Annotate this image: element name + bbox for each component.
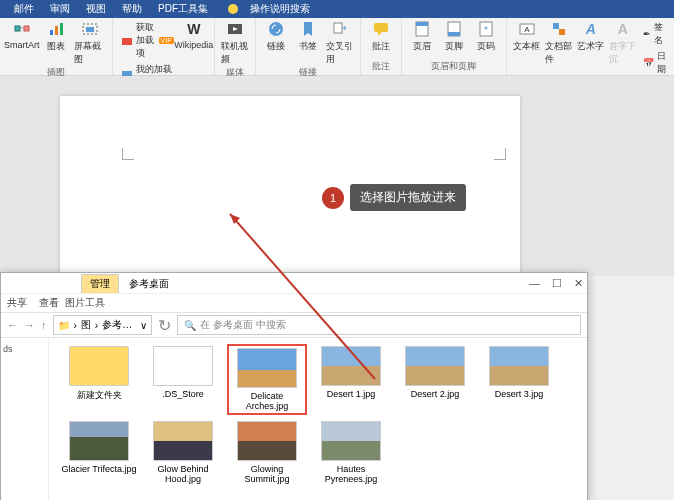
explorer-sidebar[interactable]: ds	[1, 338, 49, 500]
header-button[interactable]: 页眉	[408, 20, 436, 53]
ribbon: SmartArt 图表 屏幕截图 插图 获取加载项VIP 我的加载项 WWiki…	[0, 18, 674, 76]
group-label-headerfooter: 页眉和页脚	[408, 60, 500, 75]
wordart-button[interactable]: A艺术字	[577, 20, 605, 53]
margin-marker	[494, 148, 506, 160]
smartart-button[interactable]: SmartArt	[6, 20, 38, 50]
svg-rect-4	[60, 23, 63, 35]
footer-button[interactable]: 页脚	[440, 20, 468, 53]
comment-icon	[372, 20, 390, 38]
svg-point-10	[269, 22, 283, 36]
sig-icon: ✒	[643, 28, 651, 40]
textbox-button[interactable]: A文本框	[513, 20, 541, 53]
tab-help[interactable]: 帮助	[114, 0, 150, 18]
cross-ref-icon	[331, 20, 349, 38]
file-item[interactable]: Glowing Summit.jpg	[227, 419, 307, 486]
file-grid: 新建文件夹 .DS_Store Delicate Arches.jpg Dese…	[49, 338, 587, 500]
tab-mail[interactable]: 邮件	[6, 0, 42, 18]
svg-rect-2	[50, 30, 53, 35]
group-label-comments: 批注	[367, 60, 395, 75]
wordart-icon: A	[582, 20, 600, 38]
search-icon: 🔍	[184, 320, 196, 331]
page-num-button[interactable]: #页码	[472, 20, 500, 53]
file-item[interactable]: Hautes Pyrenees.jpg	[311, 419, 391, 486]
tab-review[interactable]: 审阅	[42, 0, 78, 18]
explorer-pic-tools[interactable]: 图片工具	[65, 296, 105, 310]
header-icon	[413, 20, 431, 38]
folder-item[interactable]: 新建文件夹	[59, 344, 139, 415]
nav-fwd-button[interactable]: →	[24, 319, 35, 331]
file-item[interactable]: Desert 3.jpg	[479, 344, 559, 415]
lightbulb-icon	[228, 4, 238, 14]
svg-rect-12	[374, 23, 388, 32]
parts-icon	[550, 20, 568, 38]
svg-rect-14	[416, 22, 428, 26]
file-item[interactable]: .DS_Store	[143, 344, 223, 415]
document-area[interactable]	[0, 76, 674, 276]
annotation: 1 选择图片拖放进来	[322, 184, 466, 211]
smartart-icon	[13, 20, 31, 38]
signature-button[interactable]: ✒签名	[641, 20, 669, 48]
store-icon	[121, 35, 133, 47]
svg-rect-21	[553, 23, 559, 29]
date-button[interactable]: 📅日期	[641, 49, 669, 77]
footer-icon	[445, 20, 463, 38]
svg-rect-6	[86, 27, 94, 32]
chart-button[interactable]: 图表	[42, 20, 70, 53]
get-addins-button[interactable]: 获取加载项VIP	[119, 20, 176, 61]
online-video-button[interactable]: 联机视频	[221, 20, 249, 66]
video-icon	[226, 20, 244, 38]
explorer-view[interactable]: 查看	[39, 296, 59, 310]
chart-icon	[47, 20, 65, 38]
file-item[interactable]: Glow Behind Hood.jpg	[143, 419, 223, 486]
nav-back-button[interactable]: ←	[7, 319, 18, 331]
svg-rect-1	[24, 26, 29, 31]
explorer-title: 参考桌面	[119, 275, 179, 293]
word-tabs: 邮件 审阅 视图 帮助 PDF工具集 操作说明搜索	[0, 0, 674, 18]
file-item-selected[interactable]: Delicate Arches.jpg	[227, 344, 307, 415]
date-icon: 📅	[643, 57, 654, 69]
svg-rect-16	[448, 32, 460, 36]
vip-badge: VIP	[159, 37, 174, 44]
svg-rect-0	[15, 26, 20, 31]
tell-me-search[interactable]: 操作说明搜索	[220, 0, 326, 20]
explorer-search[interactable]: 🔍 在 参考桌面 中搜索	[177, 315, 581, 335]
annotation-text: 选择图片拖放进来	[350, 184, 466, 211]
minimize-button[interactable]: —	[529, 277, 540, 290]
svg-rect-3	[55, 26, 58, 35]
screenshot-icon	[81, 20, 99, 38]
svg-rect-7	[122, 38, 132, 45]
screenshot-button[interactable]: 屏幕截图	[74, 20, 106, 66]
cross-ref-button[interactable]: 交叉引用	[326, 20, 354, 66]
maximize-button[interactable]: ☐	[552, 277, 562, 290]
explorer-tab-manage[interactable]: 管理	[81, 274, 119, 293]
folder-icon: 📁	[58, 320, 70, 331]
dropcap-button[interactable]: A首字下沉	[609, 20, 637, 66]
nav-up-button[interactable]: ↑	[41, 319, 47, 331]
bookmark-button[interactable]: 书签	[294, 20, 322, 53]
wikipedia-button[interactable]: WWikipedia	[180, 20, 208, 50]
dropcap-icon: A	[614, 20, 632, 38]
tab-view[interactable]: 视图	[78, 0, 114, 18]
textbox-icon: A	[518, 20, 536, 38]
file-item[interactable]: Glacier Trifecta.jpg	[59, 419, 139, 486]
file-item[interactable]: Desert 1.jpg	[311, 344, 391, 415]
wikipedia-icon: W	[185, 20, 203, 38]
tab-pdf[interactable]: PDF工具集	[150, 0, 216, 18]
file-explorer: — ☐ ✕ 管理 参考桌面 共享 查看 图片工具 ← → ↑ 📁 › 图 › 参…	[0, 272, 588, 500]
explorer-share[interactable]: 共享	[7, 296, 27, 310]
margin-marker	[122, 148, 134, 160]
svg-text:A: A	[524, 25, 530, 34]
breadcrumb[interactable]: 📁 › 图 › 参考… ∨	[53, 315, 153, 335]
comment-button[interactable]: 批注	[367, 20, 395, 53]
file-item[interactable]: Desert 2.jpg	[395, 344, 475, 415]
link-button[interactable]: 链接	[262, 20, 290, 53]
refresh-button[interactable]: ↻	[158, 316, 171, 335]
link-icon	[267, 20, 285, 38]
close-button[interactable]: ✕	[574, 277, 583, 290]
quick-parts-button[interactable]: 文档部件	[545, 20, 573, 66]
annotation-number: 1	[322, 187, 344, 209]
bookmark-icon	[299, 20, 317, 38]
svg-rect-22	[559, 29, 565, 35]
svg-rect-11	[334, 23, 342, 33]
pagenum-icon: #	[477, 20, 495, 38]
